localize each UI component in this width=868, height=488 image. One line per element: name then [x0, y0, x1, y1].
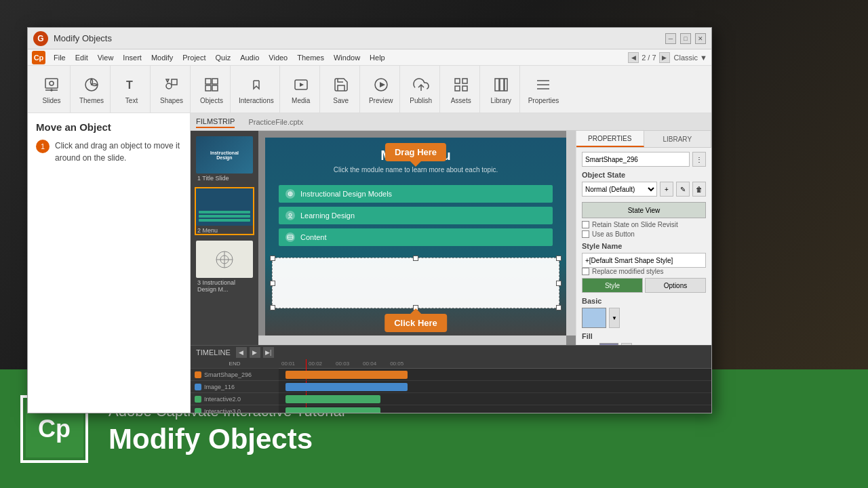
close-button[interactable]: ✕ — [695, 33, 706, 44]
handle-top-middle[interactable] — [413, 256, 418, 261]
menu-themes[interactable]: Themes — [293, 52, 328, 63]
assets-tool[interactable] — [450, 74, 472, 96]
menu-audio[interactable]: Audio — [236, 52, 263, 63]
fill-type-label: Solid — [582, 345, 597, 346]
options-button[interactable]: Options — [645, 278, 706, 293]
slide-2-preview — [196, 188, 253, 226]
publish-tool[interactable] — [410, 74, 432, 96]
tab-filmstrip[interactable]: FILMSTRIP — [196, 116, 235, 128]
retain-state-checkbox[interactable] — [582, 221, 589, 228]
media-tool[interactable] — [290, 74, 312, 96]
hint-step: 1 Click and drag an object to move it ar… — [36, 140, 182, 164]
slide-thumb-3[interactable]: 3 Instructional Design M... — [195, 239, 254, 294]
canvas-scrollbar-v[interactable] — [566, 131, 576, 336]
menu-modify[interactable]: Modify — [147, 52, 177, 63]
menu-btn-3[interactable]: Content — [279, 228, 553, 246]
objects-tool[interactable] — [201, 74, 222, 96]
menu-btn-1-text: Instructional Design Models — [300, 190, 392, 198]
state-select[interactable]: Normal (Default) — [582, 182, 657, 197]
tl-play[interactable]: ▶ — [250, 347, 260, 358]
rp-tab-properties[interactable]: PROPERTIES — [576, 131, 644, 147]
svg-marker-17 — [380, 82, 385, 87]
menu-btn-2[interactable]: Learning Design — [279, 207, 553, 224]
toolbar-save: Save — [323, 66, 360, 113]
use-as-button-checkbox[interactable] — [582, 230, 589, 238]
selected-object[interactable] — [272, 258, 559, 308]
slide-nav: ◀ 2 / 7 ▶ — [628, 52, 669, 63]
properties-tool[interactable] — [532, 74, 554, 96]
handle-bottom-left[interactable] — [270, 305, 275, 310]
menu-view[interactable]: View — [94, 52, 118, 63]
menu-video[interactable]: Video — [264, 52, 292, 63]
handle-middle-right[interactable] — [556, 281, 561, 286]
edit-state-button[interactable]: ✎ — [676, 182, 690, 197]
slides-tool[interactable] — [41, 74, 62, 96]
object-name-input[interactable] — [582, 152, 690, 167]
window-title: Modify Objects — [54, 33, 660, 43]
themes-tool[interactable] — [81, 74, 102, 96]
right-panel-tabs: PROPERTIES LIBRARY — [576, 131, 711, 148]
restore-button[interactable]: □ — [680, 33, 691, 44]
shapes-label: Shapes — [160, 97, 183, 104]
color-swatch[interactable] — [582, 308, 606, 328]
menu-window[interactable]: Window — [330, 52, 364, 63]
toolbar-media: Media — [283, 66, 320, 113]
cp-logo-text: Cp — [38, 415, 71, 443]
menu-file[interactable]: File — [50, 52, 70, 63]
tab-file[interactable]: PracticeFile.cptx — [248, 117, 303, 127]
slide-1-label: 1 Title Slide — [196, 175, 253, 182]
shapes-tool[interactable] — [161, 74, 182, 96]
fill-color-box[interactable] — [599, 343, 618, 345]
canvas-scrollbar-h[interactable] — [258, 336, 566, 345]
replace-styles-checkbox[interactable] — [582, 268, 589, 275]
menu-quiz[interactable]: Quiz — [212, 52, 235, 63]
preview-label: Preview — [369, 97, 393, 104]
menu-help[interactable]: Help — [366, 52, 389, 63]
timeline-area: TIMELINE ◀ ▶ ▶| END SmartShape_296 — [191, 345, 711, 413]
state-view-button[interactable]: State View — [582, 202, 706, 218]
handle-top-right[interactable] — [556, 256, 561, 261]
toolbar-assets: Assets — [443, 66, 480, 113]
tl-prev[interactable]: ◀ — [236, 347, 247, 358]
style-name-input[interactable] — [582, 253, 706, 268]
cp-menu-logo: Cp — [32, 51, 45, 64]
state-field: Normal (Default) + ✎ 🗑 — [582, 182, 706, 197]
library-label: Library — [490, 97, 511, 104]
use-as-button-row: Use as Button — [582, 230, 706, 238]
text-tool[interactable]: T — [121, 74, 142, 96]
slide-thumb-1[interactable]: InstructionalDesign 1 Title Slide — [195, 135, 254, 183]
next-slide-button[interactable]: ▶ — [659, 52, 670, 63]
menu-buttons: Instructional Design Models — [279, 185, 553, 246]
tl-next[interactable]: ▶| — [263, 347, 274, 358]
interactions-tool[interactable] — [245, 74, 267, 96]
minimize-button[interactable]: ─ — [665, 33, 676, 44]
save-tool[interactable] — [330, 74, 352, 96]
svg-rect-24 — [500, 79, 504, 91]
object-menu-button[interactable]: ⋮ — [692, 152, 706, 167]
svg-point-36 — [289, 214, 292, 216]
slide-counter: 2 / 7 — [642, 54, 656, 62]
menu-btn-3-icon — [285, 232, 295, 242]
add-state-button[interactable]: + — [660, 182, 673, 197]
handle-top-left[interactable] — [270, 256, 275, 261]
library-tool[interactable] — [490, 74, 512, 96]
color-dropdown[interactable]: ▼ — [609, 308, 620, 328]
toolbar-themes: Themes — [73, 66, 111, 113]
handle-bottom-right[interactable] — [556, 305, 561, 310]
publish-label: Publish — [410, 97, 432, 104]
prev-slide-button[interactable]: ◀ — [628, 52, 639, 63]
svg-rect-0 — [45, 79, 58, 88]
menu-insert[interactable]: Insert — [119, 52, 146, 63]
handle-middle-left[interactable] — [270, 281, 275, 286]
preview-tool[interactable] — [370, 74, 392, 96]
style-button[interactable]: Style — [582, 278, 643, 293]
menu-edit[interactable]: Edit — [71, 52, 92, 63]
menu-btn-1[interactable]: Instructional Design Models — [279, 185, 553, 203]
media-label: Media — [292, 97, 310, 104]
view-mode[interactable]: Classic ▼ — [674, 54, 707, 62]
slide-thumb-2[interactable]: 2 Menu — [195, 187, 254, 235]
fill-color-dropdown[interactable]: ▼ — [621, 343, 632, 345]
menu-project[interactable]: Project — [178, 52, 210, 63]
rp-tab-library[interactable]: LIBRARY — [644, 131, 712, 147]
del-state-button[interactable]: 🗑 — [692, 182, 706, 197]
